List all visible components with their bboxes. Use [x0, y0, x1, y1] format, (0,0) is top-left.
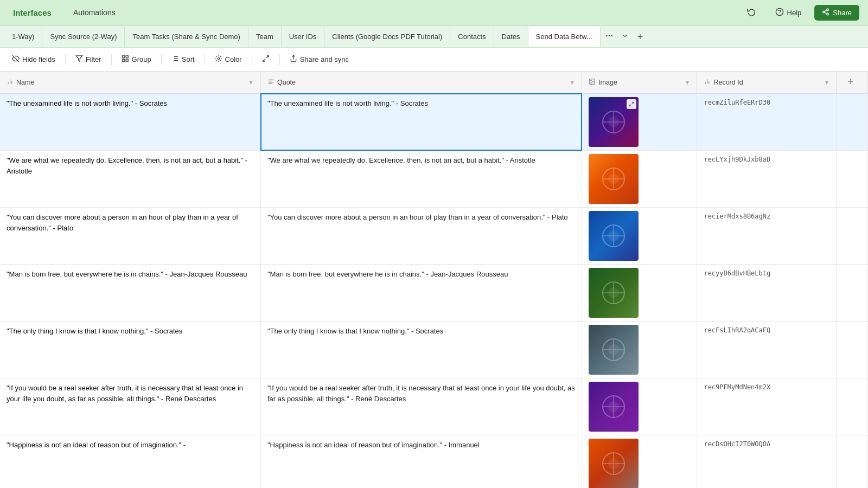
hide-fields-button[interactable]: Hide fields	[7, 52, 61, 67]
add-tab-button[interactable]: +	[632, 30, 649, 44]
col-image-sort[interactable]: ▼	[685, 79, 691, 86]
svg-point-31	[591, 80, 592, 81]
cell-image[interactable]	[582, 435, 697, 489]
col-add-header[interactable]: +	[837, 72, 868, 93]
cell-name[interactable]: "You can discover more about a person in…	[0, 208, 260, 265]
quote-text: "The unexamined life is not worth living…	[267, 98, 575, 109]
cell-image[interactable]	[582, 265, 697, 322]
color-icon	[215, 55, 222, 64]
tab-sync-source[interactable]: Sync Source (2-Way)	[42, 26, 125, 47]
tab-user-ids[interactable]: User IDs	[282, 26, 325, 47]
tab-dates[interactable]: Dates	[494, 26, 528, 47]
color-button[interactable]: Color	[209, 52, 247, 67]
share-button[interactable]: Share	[814, 5, 859, 21]
sort-icon	[171, 55, 179, 64]
col-quote-sort[interactable]: ▼	[569, 79, 575, 86]
tab-overflow-icon[interactable]	[601, 27, 618, 46]
cell-record-id: recFsLIhRA2qACaFQ	[697, 322, 837, 378]
share-sync-button[interactable]: Share and sync	[284, 52, 354, 67]
image-thumbnail	[589, 382, 639, 432]
formula-icon	[7, 78, 14, 87]
text-icon	[267, 78, 275, 87]
cell-name[interactable]: "If you would be a real seeker after tru…	[0, 378, 260, 435]
cell-quote[interactable]: "Man is born free, but everywhere he is …	[260, 265, 582, 322]
name-text: "The only thing I know is that I know no…	[7, 326, 254, 337]
cell-name[interactable]: "We are what we repeatedly do. Excellenc…	[0, 151, 260, 208]
history-button[interactable]	[741, 4, 762, 21]
svg-point-22	[218, 57, 220, 60]
table-row[interactable]: "The only thing I know is that I know no…	[0, 322, 868, 378]
resize-button[interactable]	[257, 52, 275, 67]
toolbar-divider-2	[111, 54, 112, 65]
col-header-quote[interactable]: Quote ▼	[260, 72, 582, 93]
record-id-text: recFsLIhRA2qACaFQ	[704, 326, 770, 334]
cell-quote[interactable]: "The unexamined life is not worth living…	[260, 93, 582, 151]
tab-sync-1way[interactable]: 1-Way)	[4, 26, 42, 47]
toolbar-divider-4	[205, 54, 205, 65]
cell-record-id: recmZiluRfeERrD30	[697, 93, 837, 151]
cell-name[interactable]: "Happiness is not an ideal of reason but…	[0, 435, 260, 489]
image-thumbnail	[589, 268, 639, 318]
cell-name[interactable]: "The only thing I know is that I know no…	[0, 322, 260, 378]
table-container[interactable]: Name ▼ Quote ▼	[0, 72, 868, 488]
col-record-id-sort[interactable]: ▼	[824, 79, 830, 86]
tab-arrow-icon[interactable]	[618, 30, 632, 43]
table-row[interactable]: "We are what we repeatedly do. Excellenc…	[0, 151, 868, 208]
toolbar: Hide fields Filter Group Sort Color	[0, 48, 868, 72]
group-button[interactable]: Group	[116, 52, 157, 67]
sort-button[interactable]: Sort	[166, 52, 200, 67]
top-nav-left: Interfaces Automations	[9, 6, 741, 20]
cell-extra	[837, 322, 868, 378]
automations-nav-item[interactable]: Automations	[69, 6, 120, 20]
col-name-sort[interactable]: ▼	[248, 79, 254, 86]
cell-name[interactable]: "Man is born free, but everywhere he is …	[0, 265, 260, 322]
table-row[interactable]: "Man is born free, but everywhere he is …	[0, 265, 868, 322]
tab-contacts[interactable]: Contacts	[450, 26, 494, 47]
cell-image[interactable]	[582, 208, 697, 265]
filter-button[interactable]: Filter	[70, 52, 107, 67]
cell-extra	[837, 378, 868, 435]
quote-text: "Man is born free, but everywhere he is …	[267, 269, 575, 280]
name-text: "You can discover more about a person in…	[7, 212, 254, 233]
cell-image[interactable]	[582, 93, 697, 151]
sort-label: Sort	[182, 55, 195, 63]
help-icon	[775, 8, 784, 18]
svg-line-5	[825, 12, 827, 14]
col-header-record-id[interactable]: Record Id ▼	[697, 72, 837, 93]
interfaces-nav-item[interactable]: Interfaces	[9, 6, 56, 20]
table-row[interactable]: "The unexamined life is not worth living…	[0, 93, 868, 151]
main-table: Name ▼ Quote ▼	[0, 72, 868, 488]
resize-icon	[262, 55, 270, 64]
table-row[interactable]: "You can discover more about a person in…	[0, 208, 868, 265]
col-quote-label: Quote	[277, 79, 296, 86]
cell-quote[interactable]: "You can discover more about a person in…	[260, 208, 582, 265]
cell-image[interactable]	[582, 378, 697, 435]
cell-quote[interactable]: "Happiness is not an ideal of reason but…	[260, 435, 582, 489]
cell-quote[interactable]: "We are what we repeatedly do. Excellenc…	[260, 151, 582, 208]
tab-send-data[interactable]: Send Data Betw...	[528, 26, 601, 47]
quote-text: "If you would be a real seeker after tru…	[267, 383, 575, 404]
table-row[interactable]: "Happiness is not an ideal of reason but…	[0, 435, 868, 489]
tab-team[interactable]: Team	[248, 26, 282, 47]
share-label: Share	[833, 9, 852, 17]
add-column-button[interactable]: +	[843, 72, 858, 92]
cell-quote[interactable]: "The only thing I know is that I know no…	[260, 322, 582, 378]
tab-team-tasks[interactable]: Team Tasks (Share & Sync Demo)	[125, 26, 248, 47]
svg-rect-12	[122, 56, 124, 58]
share-sync-label: Share and sync	[300, 55, 349, 63]
svg-line-6	[825, 10, 827, 11]
col-header-name[interactable]: Name ▼	[0, 72, 260, 93]
cell-quote[interactable]: "If you would be a real seeker after tru…	[260, 378, 582, 435]
cell-name[interactable]: "The unexamined life is not worth living…	[0, 93, 260, 151]
expand-icon[interactable]	[627, 99, 636, 109]
toolbar-divider-5	[252, 54, 252, 65]
cell-image[interactable]	[582, 151, 697, 208]
table-row[interactable]: "If you would be a real seeker after tru…	[0, 378, 868, 435]
cell-image[interactable]	[582, 322, 697, 378]
toolbar-divider-6	[279, 54, 280, 65]
svg-point-7	[609, 35, 609, 36]
svg-point-8	[606, 35, 607, 36]
tab-clients[interactable]: Clients (Google Docs PDF Tutorial)	[324, 26, 450, 47]
col-header-image[interactable]: Image ▼	[582, 72, 697, 93]
help-button[interactable]: Help	[769, 4, 808, 21]
